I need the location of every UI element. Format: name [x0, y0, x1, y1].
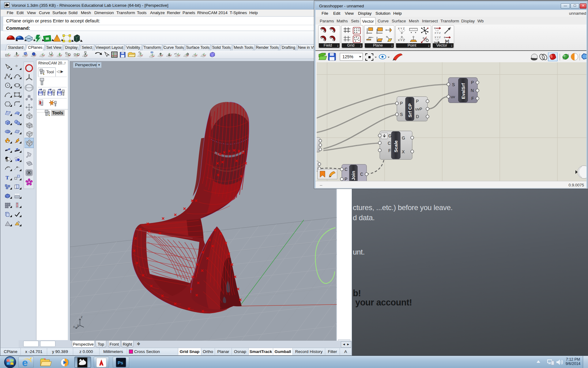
svg-text:F: F — [471, 96, 474, 101]
svg-text:G: G — [388, 133, 392, 138]
svg-text:P: P — [416, 99, 419, 104]
svg-text:z: z — [81, 315, 83, 319]
svg-text:F: F — [388, 148, 391, 153]
svg-text:Join: Join — [351, 171, 356, 180]
svg-text:P: P — [400, 101, 403, 106]
svg-text:XY: XY — [368, 36, 372, 39]
svg-text:C: C — [360, 172, 363, 177]
svg-text:S: S — [400, 112, 403, 117]
svg-text:P: P — [345, 177, 347, 181]
svg-text:uv: uv — [451, 94, 455, 99]
svg-text:P: P — [471, 80, 474, 85]
svg-text:S: S — [452, 82, 455, 87]
svg-text:uvP: uvP — [415, 107, 422, 111]
svg-text:x: x — [73, 325, 75, 328]
svg-text:D: D — [416, 114, 419, 119]
svg-text:X Y Z: X Y Z — [435, 36, 441, 39]
svg-text:X: X — [402, 149, 405, 154]
svg-text:C: C — [388, 141, 391, 146]
svg-text:|v|: |v| — [445, 39, 449, 43]
svg-text:EvalSrf: EvalSrf — [461, 83, 466, 99]
svg-text:X Y Z: X Y Z — [398, 27, 405, 30]
svg-text:Scale: Scale — [393, 140, 398, 152]
svg-text:C: C — [345, 167, 348, 172]
svg-text:Srf CP: Srf CP — [407, 103, 413, 117]
svg-text:N: N — [471, 88, 474, 93]
svg-text:Ps: Ps — [118, 360, 123, 365]
svg-text:X Y Z: X Y Z — [398, 39, 405, 42]
svg-text:G: G — [402, 136, 405, 140]
svg-text:X Y Z: X Y Z — [435, 32, 441, 34]
svg-text:y: y — [77, 323, 79, 327]
svg-text:T: T — [6, 175, 9, 181]
svg-text:125%: 125% — [342, 54, 353, 59]
